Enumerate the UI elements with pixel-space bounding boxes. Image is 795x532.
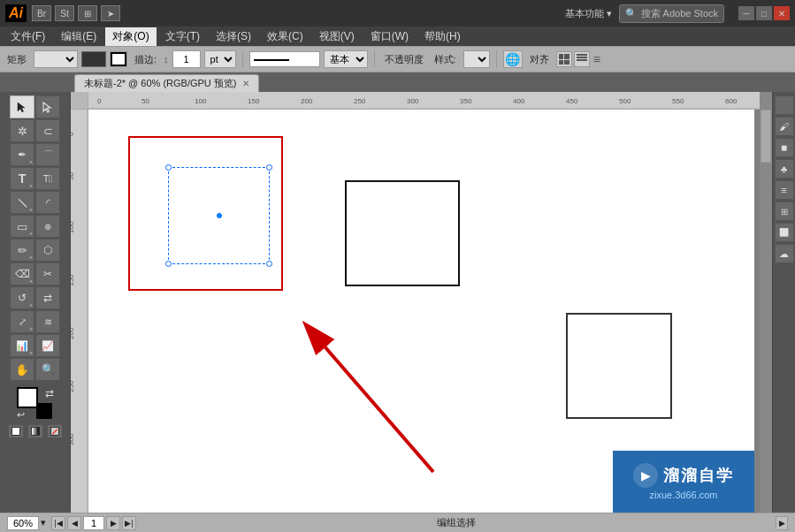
right-tool-7[interactable]: ⬜ [775,223,794,242]
dash-pattern[interactable] [249,51,320,67]
magic-wand-button[interactable]: ✲ [10,119,34,142]
color-mode-none[interactable] [47,424,63,438]
handle-br[interactable] [266,261,272,267]
default-colors-button[interactable]: ↩ [17,409,25,421]
selected-object-blue[interactable] [168,167,270,264]
zoom-button[interactable]: 🔍 [35,358,60,381]
selection-tool-button[interactable] [10,95,34,118]
line-tool-button[interactable]: | ▸ [10,191,34,214]
shape-builder-button[interactable]: ⊕ [35,215,60,238]
scissors-button[interactable]: ✂ [35,262,60,285]
globe-icon[interactable]: 🌐 [503,50,523,68]
bridge-icon[interactable]: Br [32,5,51,21]
handle-bl[interactable] [165,261,172,267]
status-arrow-right[interactable]: ▶ [776,516,788,530]
arrow-icon[interactable]: ➤ [101,5,120,21]
menu-select[interactable]: 选择(S) [209,27,258,46]
handle-tl[interactable] [165,164,172,171]
shaper-button[interactable]: ⬡ [35,239,60,262]
right-tool-1[interactable] [775,95,794,115]
svg-text:300: 300 [407,97,419,105]
menu-effect[interactable]: 效果(C) [260,27,310,46]
right-tool-6[interactable]: ⊞ [775,201,794,221]
reflect-button[interactable]: ⇄ [35,286,60,309]
menu-window[interactable]: 窗口(W) [363,27,416,46]
align-icon-2[interactable] [574,51,590,67]
zoom-input[interactable] [7,516,39,530]
arc-tool-button[interactable]: ◜ [35,191,60,214]
last-page-button[interactable]: ▶| [122,516,136,530]
ruler-left: 0 50 100 150 200 250 300 [71,110,88,513]
text-tool-button[interactable]: T ▸ [10,167,34,190]
line-style-select[interactable]: 基本 [324,50,368,68]
warp-button[interactable]: ≋ [35,310,60,333]
foreground-color-box[interactable] [17,387,38,408]
handle-center[interactable] [217,213,222,218]
eraser-button[interactable]: ⌫ ▸ [10,262,34,285]
black-rect-2[interactable] [566,313,672,419]
curvature-button[interactable]: ⌒ [35,143,60,166]
right-tool-2[interactable]: 🖌 [775,117,794,136]
rect-tool-button[interactable]: ▭ ▸ [10,215,34,238]
search-box[interactable]: 🔍 搜索 Adobe Stock [619,4,724,23]
color-mode-gradient[interactable] [27,424,43,438]
tab-close-button[interactable]: ✕ [242,79,249,88]
watermark-top: ▶ 溜溜自学 [633,463,734,488]
menu-view[interactable]: 视图(V) [312,27,362,46]
hand-button[interactable]: ✋ [10,358,34,381]
canvas-area[interactable]: 0 50 100 150 200 250 300 350 400 450 500… [71,92,772,513]
color-mode-fill[interactable] [8,424,24,438]
prev-page-button[interactable]: ◀ [67,516,81,530]
handle-tr[interactable] [266,164,272,171]
rotate-row: ↺ ▸ ⇄ [2,286,68,309]
zoom-chevron[interactable]: ▾ [41,517,46,528]
menu-file[interactable]: 文件(F) [4,27,52,46]
stroke-color-swatch[interactable] [110,51,127,67]
layout-icon[interactable]: ⊞ [78,5,97,21]
vertical-scrollbar[interactable] [760,92,772,513]
menu-text[interactable]: 文字(T) [158,27,207,46]
page-navigation: |◀ ◀ ▶ ▶| [51,516,136,530]
pencil-button[interactable]: ✏ ▸ [10,239,34,262]
fill-select[interactable] [34,50,78,68]
menu-object[interactable]: 对象(O) [105,27,156,46]
direct-select-tool-button[interactable] [35,95,60,118]
pen-tool-button[interactable]: ✒ ▸ [10,143,34,166]
style-select[interactable] [463,50,490,68]
page-input[interactable] [83,516,104,530]
document-tab[interactable]: 未标题-2* @ 60% (RGB/GPU 预览) ✕ [74,74,259,92]
chart-button[interactable]: 📈 [35,334,60,357]
toolbar-menu-icon[interactable]: ≡ [593,52,600,66]
artboard-icon: ⬜ [779,228,789,237]
stock-icon[interactable]: St [55,5,74,21]
align-icon-1[interactable] [556,51,572,67]
black-rect-1[interactable] [345,180,460,286]
svg-text:150: 150 [248,97,260,105]
right-tool-4[interactable]: ♣ [775,159,794,179]
titlebar: Ai Br St ⊞ ➤ 基本功能 ▾ 🔍 搜索 Adobe Stock ─ □… [0,0,795,27]
magic-wand-row: ✲ ⊂ [2,119,68,142]
first-page-button[interactable]: |◀ [51,516,65,530]
stroke-unit-select[interactable]: pt [204,50,236,68]
scrollbar-thumb[interactable] [761,110,771,163]
minimize-button[interactable]: ─ [738,6,754,20]
text-tool-row: T ▸ T⃞ [2,167,68,190]
stroke-input[interactable] [172,50,201,68]
touch-text-button[interactable]: T⃞ [35,167,60,190]
rotate-button[interactable]: ↺ ▸ [10,286,34,309]
lasso-button[interactable]: ⊂ [35,119,60,142]
right-tool-5[interactable]: ≡ [775,180,794,200]
restore-button[interactable]: □ [756,6,772,20]
menu-edit[interactable]: 编辑(E) [54,27,103,46]
next-page-button[interactable]: ▶ [106,516,120,530]
graph-button[interactable]: 📊 ▸ [10,334,34,357]
fill-color-swatch[interactable] [81,51,106,67]
right-tool-3[interactable]: ◼ [775,138,794,157]
basic-func-label[interactable]: 基本功能 ▾ [565,7,612,20]
swap-colors-button[interactable]: ⇄ [45,387,54,399]
scale-button[interactable]: ⤢ ▸ [10,310,34,333]
close-button[interactable]: ✕ [774,6,790,20]
shaper-icon: ⬡ [43,244,52,256]
right-tool-8[interactable]: ☁ [775,244,794,263]
menu-help[interactable]: 帮助(H) [417,27,468,46]
